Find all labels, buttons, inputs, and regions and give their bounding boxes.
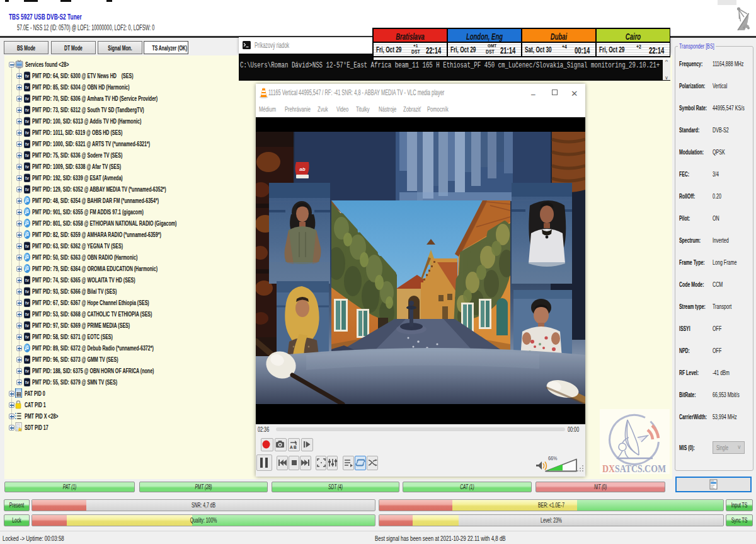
- svg-text:DX: DX: [602, 463, 615, 474]
- svg-text:B: B: [294, 445, 297, 449]
- svg-text:A: A: [290, 445, 293, 449]
- svg-text:SATCS.COM: SATCS.COM: [615, 463, 666, 474]
